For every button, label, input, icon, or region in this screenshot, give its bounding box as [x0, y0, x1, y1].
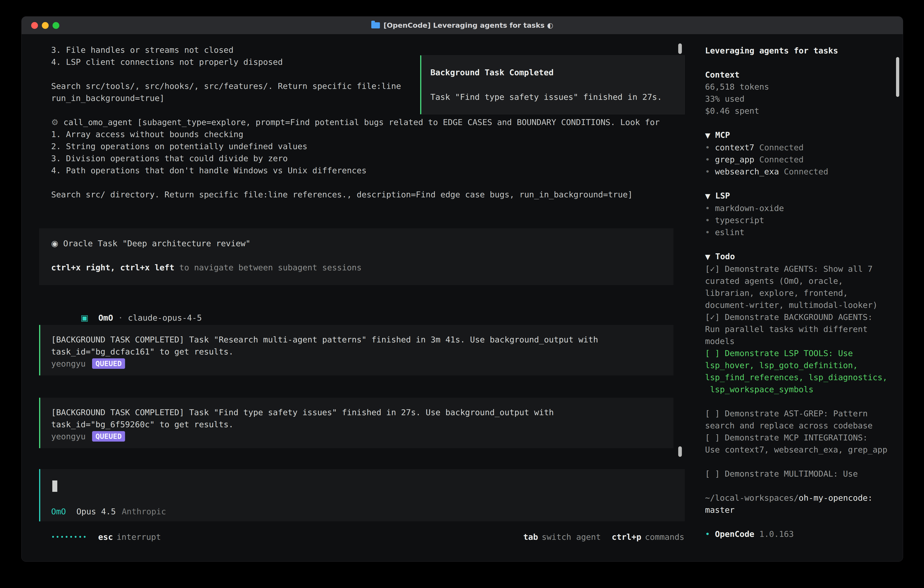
bullet-icon: •	[705, 216, 710, 225]
minimize-button[interactable]	[42, 22, 49, 29]
chevron-down-icon: ▼	[705, 131, 710, 139]
todo-item: [ ] Demonstrate LSP TOOLS: Use lsp_hover…	[705, 347, 891, 395]
prompt-input[interactable]: OmO Opus 4.5 Anthropic	[39, 469, 685, 521]
zoom-button[interactable]	[53, 22, 59, 29]
hint-keys: ctrl+x right, ctrl+x left	[51, 263, 174, 272]
toast-body: Task "Find type safety issues" finished …	[431, 91, 685, 103]
bullet-icon: •	[705, 228, 710, 237]
window-controls	[31, 22, 59, 29]
chevron-down-icon: ▼	[705, 192, 710, 200]
oracle-task-panel: ◉ Oracle Task "Deep architecture review"…	[39, 228, 673, 285]
window-title-text: [OpenCode] Leveraging agents for tasks ◐	[384, 19, 553, 31]
lsp-item: • markdown-oxide	[705, 202, 891, 214]
bullet-icon: •	[705, 167, 710, 176]
context-spent: $0.46 spent	[705, 105, 891, 117]
hint-text: to navigate between subagent sessions	[174, 263, 362, 272]
queued-badge: QUEUED	[92, 431, 125, 441]
subagent-nav-hint: ctrl+x right, ctrl+x left to navigate be…	[51, 261, 673, 274]
esc-key-hint: esc	[98, 532, 113, 542]
input-model-label: Opus 4.5	[76, 505, 116, 517]
window-title: [OpenCode] Leveraging agents for tasks ◐	[371, 19, 553, 31]
context-tokens: 66,518 tokens	[705, 81, 891, 93]
todo-item: [ ] Demonstrate MULTIMODAL: Use	[705, 468, 891, 480]
assistant-message: [BACKGROUND TASK COMPLETED] Task "Find t…	[39, 398, 673, 448]
bullet-icon: •	[705, 155, 710, 164]
message-author: yeongyu	[51, 432, 86, 441]
message-line: [BACKGROUND TASK COMPLETED] Task "Find t…	[51, 406, 673, 418]
lsp-item: • eslint	[705, 226, 891, 238]
workspace-path: ~/local-workspaces/oh-my-opencode: maste…	[705, 492, 891, 516]
message-meta: yeongyuQUEUED	[51, 430, 673, 443]
context-used: 33% used	[705, 93, 891, 105]
chevron-down-icon: ▼	[705, 253, 710, 261]
lsp-item: • typescript	[705, 214, 891, 226]
esc-key-label: interrupt	[117, 532, 161, 542]
tool-call-item: 2. String operations on potentially unde…	[51, 140, 695, 152]
close-button[interactable]	[31, 22, 38, 29]
mcp-section-header: ▼ MCP	[705, 129, 891, 141]
messages-scrollbar-thumb[interactable]	[678, 446, 682, 457]
model-row: OmO Opus 4.5 Anthropic	[51, 505, 166, 517]
ctrlp-key-label: commands	[645, 532, 684, 542]
tab-key-hint: tab	[523, 532, 538, 542]
bullet-icon: •	[705, 143, 710, 152]
record-icon: ◉	[51, 239, 58, 248]
mcp-item: • grep_app Connected	[705, 154, 891, 165]
todo-item: [ ] Demonstrate MCP INTEGRATIONS: Use co…	[705, 431, 891, 456]
tool-call-closing: Search src/ directory. Return specific f…	[51, 188, 695, 201]
todo-item: [✓] Demonstrate AGENTS: Show all 7 curat…	[705, 263, 891, 311]
agent-name: OmO	[98, 313, 113, 322]
terminal-main: 3. File handles or streams not closed 4.…	[21, 35, 696, 562]
log-line	[51, 177, 695, 188]
ctrlp-key-hint: ctrl+p	[612, 532, 641, 542]
tool-call-item: 1. Array access without bounds checking	[51, 128, 695, 140]
agent-model: claude-opus-4-5	[128, 313, 202, 322]
tool-call-item: 3. Division operations that could divide…	[51, 152, 695, 164]
mcp-item: • websearch_exa Connected	[705, 165, 891, 178]
todo-section-header: ▼ Todo	[705, 250, 891, 263]
mcp-item: • context7 Connected	[705, 141, 891, 154]
message-author: yeongyu	[51, 359, 86, 368]
context-heading: Context	[705, 69, 891, 81]
main-scrollbar-thumb[interactable]	[678, 43, 682, 54]
app-version: • OpenCode 1.0.163	[705, 528, 891, 540]
app-window: [OpenCode] Leveraging agents for tasks ◐…	[21, 17, 903, 562]
titlebar: [OpenCode] Leveraging agents for tasks ◐	[21, 17, 903, 34]
statusbar: •••••••• escinterrupt tabswitch agent ct…	[21, 531, 696, 543]
todo-item: [ ] Demonstrate AST-GREP: Pattern search…	[705, 408, 891, 431]
spinner-dots: ••••••••	[51, 531, 87, 543]
folder-icon	[371, 22, 380, 28]
input-agent-label: OmO	[51, 505, 66, 517]
message-line: task_id="bg_6f59260c" to get results.	[51, 418, 673, 430]
assistant-message: [BACKGROUND TASK COMPLETED] Task "Resear…	[39, 325, 673, 375]
session-sidebar: Leveraging agents for tasks Context 66,5…	[696, 35, 903, 562]
bullet-icon: •	[705, 529, 710, 538]
todo-item: [✓] Demonstrate BACKGROUND AGENTS: Run p…	[705, 311, 891, 347]
toast-title: Background Task Completed	[431, 66, 685, 78]
tool-call-text: call_omo_agent [subagent_type=explore, p…	[63, 117, 660, 127]
message-meta: yeongyuQUEUED	[51, 358, 673, 370]
queued-badge: QUEUED	[92, 358, 125, 369]
text-cursor	[52, 481, 57, 492]
input-provider-label: Anthropic	[122, 505, 166, 517]
sidebar-scrollbar-thumb[interactable]	[896, 57, 899, 97]
log-line: 3. File handles or streams not closed	[51, 44, 695, 56]
oracle-task-title: ◉ Oracle Task "Deep architecture review"	[51, 237, 673, 249]
message-line: [BACKGROUND TASK COMPLETED] Task "Resear…	[51, 334, 673, 345]
background-task-toast: Background Task Completed Task "Find typ…	[420, 55, 685, 114]
gear-icon: ⚙	[51, 117, 58, 127]
tool-call-item: 4. Path operations that don't handle Win…	[51, 164, 695, 177]
tool-call-line: ⚙ call_omo_agent [subagent_type=explore,…	[51, 116, 695, 128]
session-title: Leveraging agents for tasks	[705, 45, 891, 57]
lsp-section-header: ▼ LSP	[705, 190, 891, 202]
bullet-icon: •	[705, 203, 710, 213]
message-line: task_id="bg_dcfac161" to get results.	[51, 345, 673, 358]
agent-square-icon: ▣	[81, 313, 88, 322]
tab-key-label: switch agent	[541, 532, 601, 542]
separator-dot: ·	[118, 313, 123, 322]
